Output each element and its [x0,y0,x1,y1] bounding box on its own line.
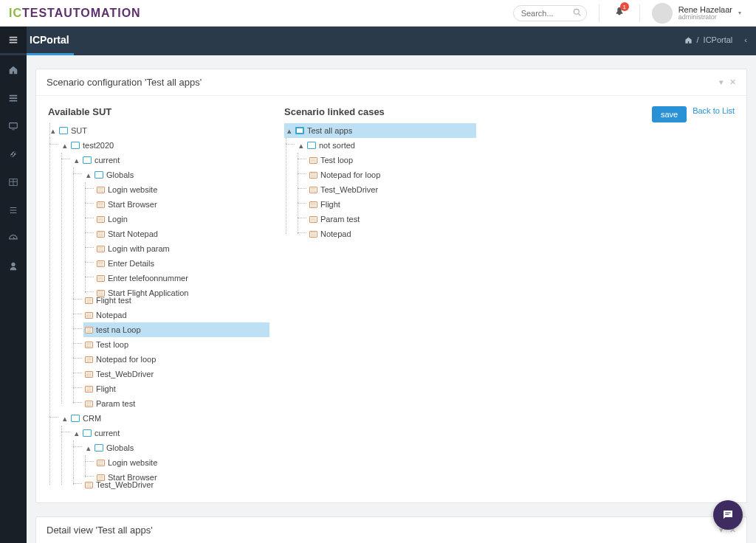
sidebar-item-user[interactable] [0,257,27,275]
breadcrumb-current: ICPortal [704,35,733,44]
notification-badge: 1 [620,2,629,11]
tree-leaf[interactable]: Login [95,212,269,226]
panel-collapse-icon[interactable]: ▾ [719,77,724,87]
chat-fab[interactable] [713,500,743,530]
tree-leaf[interactable]: Param test [83,396,269,411]
search-wrap [513,5,587,21]
logo-text: TESTAUTOMATION [22,7,141,19]
tree-leaf[interactable]: Notepad for loop [308,167,476,182]
tree-node-root-linked[interactable]: ▴Test all apps [284,123,476,138]
tree-leaf[interactable]: Login website [95,182,269,197]
notifications-button[interactable]: 1 [611,4,628,22]
app-logo: ICTESTAUTOMATION [9,7,141,20]
tree-title-sut: Available SUT [48,106,269,117]
tree-leaf[interactable]: test na Loop [83,322,269,337]
tree-node-notsorted[interactable]: ▴not sorted [296,138,476,153]
tree-leaf[interactable]: Test loop [83,337,269,352]
sidebar-item-table[interactable] [0,173,27,191]
tree-node-crm-current[interactable]: ▴current [72,426,269,440]
svg-point-4 [11,263,15,266]
tree-node-globals[interactable]: ▴Globals [83,167,269,182]
user-name: Rene Hazelaar [678,5,732,14]
sidebar-item-monitor[interactable] [0,117,27,135]
svg-rect-2 [10,123,18,128]
tree-leaf[interactable]: Enter Details [95,256,269,271]
page-title: ICPortal [30,34,69,46]
tree-leaf[interactable]: Login website [95,455,269,470]
tree-title-linked: Scenario linked cases [284,106,476,117]
search-icon [573,8,581,18]
chevron-left-icon[interactable]: ‹ [744,35,747,44]
sidebar-item-dashboard[interactable] [0,229,27,247]
logo-prefix: IC [9,7,22,19]
user-menu[interactable]: Rene Hazelaar administrator ▾ [652,3,747,24]
tree-leaf[interactable]: Flight [308,197,476,212]
tree-leaf[interactable]: Flight test [83,293,269,308]
sidebar-item-link[interactable] [0,145,27,163]
tree-node-test2020[interactable]: ▴test2020 [60,138,269,153]
tree-leaf[interactable]: Start Browser [95,197,269,212]
menu-toggle[interactable] [0,27,27,53]
panel-title-detail: Detail view 'Test all apps' [47,525,153,536]
tree-node-sut[interactable]: ▴SUT [48,123,269,138]
tree-leaf[interactable]: Login with param [95,241,269,256]
tree-node-crm-globals[interactable]: ▴Globals [83,440,269,455]
panel-title: Scenario configuration 'Test all apps' [47,77,202,88]
back-link[interactable]: Back to List [693,106,735,115]
tree-node-current[interactable]: ▴current [72,153,269,167]
svg-line-1 [578,13,580,15]
breadcrumb: / ICPortal ‹ [684,35,747,44]
svg-point-0 [574,9,579,14]
chevron-down-icon: ▾ [738,10,741,16]
divider [639,4,640,22]
sidebar-item-lines[interactable] [0,201,27,219]
tree-leaf[interactable]: Test_WebDriver [83,367,269,381]
tree-node-crm[interactable]: ▴CRM [60,411,269,426]
sidebar-item-list[interactable] [0,89,27,107]
user-role: administrator [678,14,732,21]
panel-close-icon[interactable]: ✕ [729,77,736,87]
sidebar-item-home[interactable] [0,61,27,79]
tree-leaf[interactable]: Notepad [83,308,269,322]
tree-leaf[interactable]: Notepad for loop [83,352,269,367]
tree-leaf[interactable]: Enter telefoonnummer [95,271,269,286]
tree-leaf[interactable]: Start Notepad [95,226,269,241]
tree-leaf[interactable]: Test loop [308,153,476,167]
tree-leaf[interactable]: Notepad [308,226,476,241]
save-button[interactable]: save [652,106,687,122]
tree-leaf[interactable]: Test_WebDriver [308,182,476,197]
tree-leaf[interactable]: Param test [308,212,476,226]
divider [599,4,599,22]
tree-leaf[interactable]: Test_WebDriver [83,477,269,492]
tree-leaf[interactable]: Flight [83,381,269,396]
home-icon[interactable] [684,36,693,44]
avatar [652,3,673,24]
